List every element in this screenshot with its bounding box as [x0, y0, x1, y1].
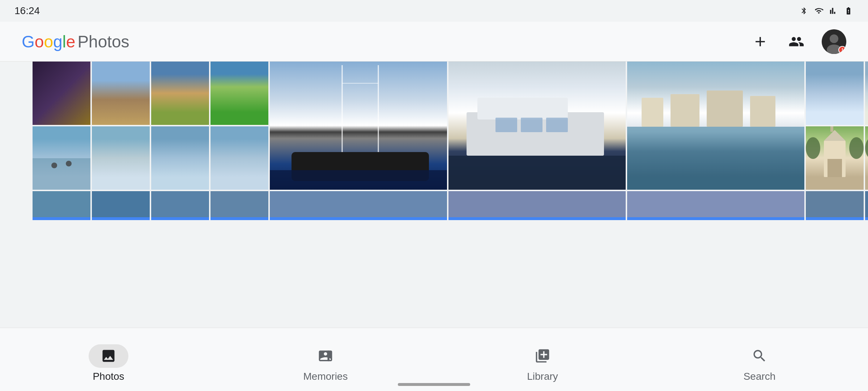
photos-nav-icon — [101, 348, 116, 364]
app-name-text: Photos — [77, 32, 129, 51]
svg-point-20 — [51, 162, 57, 168]
avatar[interactable]: ! — [822, 29, 846, 54]
photo-strip-4[interactable] — [210, 191, 268, 220]
nav-search-label: Search — [744, 371, 776, 382]
photo-strip-7[interactable] — [627, 191, 804, 220]
photo-strip-8[interactable] — [806, 191, 864, 220]
photo-sailboat2[interactable] — [92, 126, 150, 190]
svg-rect-19 — [33, 158, 90, 190]
svg-point-32 — [865, 137, 868, 159]
svg-rect-16 — [671, 94, 699, 127]
bluetooth-icon — [800, 6, 808, 16]
svg-rect-18 — [750, 96, 775, 127]
svg-rect-10 — [448, 156, 626, 190]
logo: Google Photos — [22, 32, 129, 51]
nav-memories-icon-wrap — [306, 344, 345, 368]
status-time: 16:24 — [14, 5, 40, 17]
library-nav-icon — [535, 348, 550, 364]
svg-point-26 — [806, 137, 820, 159]
photo-marina-large[interactable] — [627, 62, 804, 190]
photo-marina3[interactable] — [210, 126, 268, 190]
svg-rect-14 — [627, 127, 804, 190]
photo-church1[interactable] — [806, 126, 864, 190]
photo-ferry-large[interactable] — [448, 62, 626, 190]
google-logo-text: Google — [22, 32, 75, 51]
photo-strip-6[interactable] — [448, 191, 626, 220]
nav-memories-label: Memories — [303, 371, 348, 382]
search-nav-icon — [752, 348, 767, 364]
wifi-icon — [814, 7, 824, 15]
photo-2[interactable] — [92, 62, 150, 125]
photo-boat-people[interactable] — [865, 62, 868, 125]
photo-church2[interactable] — [865, 126, 868, 190]
nav-photos-icon-wrap — [89, 344, 128, 368]
photo-4[interactable] — [210, 62, 268, 125]
nav-photos[interactable]: Photos — [0, 337, 217, 382]
photo-sailboat-large[interactable] — [270, 62, 447, 190]
svg-rect-12 — [521, 118, 542, 132]
header-actions: ! — [749, 29, 846, 54]
status-icons — [800, 6, 854, 16]
nav-search[interactable]: Search — [651, 337, 868, 382]
nav-photos-label: Photos — [93, 371, 124, 382]
svg-rect-34 — [328, 350, 330, 361]
svg-rect-9 — [477, 98, 568, 119]
header: Google Photos ! — [0, 22, 868, 62]
photo-strip-2[interactable] — [92, 191, 150, 220]
partner-sharing-button[interactable] — [786, 31, 807, 52]
svg-rect-13 — [546, 118, 568, 132]
add-button[interactable] — [749, 31, 771, 52]
nav-library-icon-wrap — [523, 344, 562, 368]
photo-strip-1[interactable] — [33, 191, 90, 220]
nav-memories[interactable]: Memories — [217, 337, 434, 382]
svg-rect-11 — [495, 118, 517, 132]
photo-strip-5[interactable] — [270, 191, 447, 220]
svg-point-27 — [849, 137, 864, 159]
svg-rect-7 — [270, 170, 447, 190]
bottom-navigation: Photos Memories Library Search — [0, 328, 868, 391]
photo-sea-boat[interactable] — [33, 126, 90, 190]
photo-strip-9[interactable] — [865, 191, 868, 220]
signal-icon — [830, 7, 838, 15]
nav-search-icon-wrap — [740, 344, 779, 368]
nav-library-label: Library — [527, 371, 558, 382]
status-bar: 16:24 — [0, 0, 868, 22]
svg-point-21 — [66, 160, 72, 166]
photo-grid-area — [33, 62, 868, 328]
svg-rect-24 — [830, 126, 833, 132]
photo-1[interactable] — [33, 62, 90, 125]
nav-library[interactable]: Library — [434, 337, 651, 382]
svg-point-1 — [830, 34, 838, 43]
photo-grid — [33, 62, 868, 220]
svg-rect-25 — [827, 159, 842, 177]
battery-icon — [843, 7, 854, 15]
memories-nav-icon — [318, 348, 333, 364]
home-indicator — [398, 383, 470, 386]
photo-harbor-small[interactable] — [806, 62, 864, 125]
svg-marker-23 — [824, 130, 846, 141]
photo-3[interactable] — [151, 62, 209, 125]
photo-marina2[interactable] — [151, 126, 209, 190]
svg-rect-17 — [707, 91, 743, 127]
svg-rect-15 — [642, 98, 663, 127]
photo-strip-3[interactable] — [151, 191, 209, 220]
avatar-notification-badge: ! — [838, 46, 846, 54]
